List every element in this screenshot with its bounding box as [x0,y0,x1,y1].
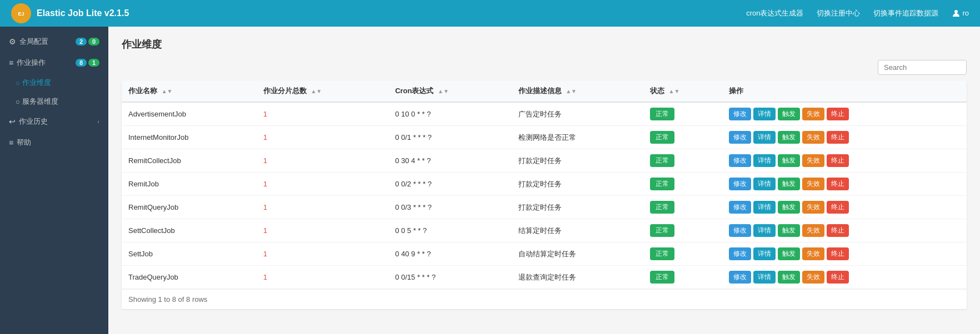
search-input[interactable] [878,60,967,75]
layout: ⚙ 全局配置 2 0 ≡ 作业操作 8 1 ○ 作业维度 ○ 服务器维度 ↩ 作… [0,27,980,334]
modify-button-1[interactable]: 修改 [729,131,751,144]
status-badge-7: 正常 [650,271,674,284]
sort-icon-status: ▲▼ [669,88,680,94]
cell-actions-3: 修改 详情 触发 失效 终止 [722,173,967,196]
cell-name-3: RemitJob [122,173,257,196]
modify-button-4[interactable]: 修改 [729,201,751,214]
sidebar-item-job-ops[interactable]: ≡ 作业操作 8 1 [0,52,108,73]
sidebar-item-help[interactable]: ≡ 帮助 [0,132,108,153]
chevron-icon: ‹ [97,118,99,125]
sort-icon-cron: ▲▼ [438,88,449,94]
cell-desc-5: 结算定时任务 [512,219,643,242]
cell-shards-7: 1 [257,266,388,289]
sidebar-item-job-history[interactable]: ↩ 作业历史 ‹ [0,111,108,132]
cell-status-7: 正常 [643,266,722,289]
modify-button-5[interactable]: 修改 [729,224,751,237]
detail-button-0[interactable]: 详情 [753,108,776,120]
cell-shards-5: 1 [257,219,388,242]
trigger-button-0[interactable]: 触发 [778,108,800,120]
modify-button-2[interactable]: 修改 [729,154,751,167]
stop-button-5[interactable]: 终止 [827,224,849,237]
header: EJ Elastic Job Lite v2.1.5 cron表达式生成器 切换… [0,0,980,27]
cell-actions-2: 修改 详情 触发 失效 终止 [722,149,967,173]
username: ro [962,9,969,17]
fail-button-6[interactable]: 失效 [802,247,824,260]
sidebar-label-server-dim: 服务器维度 [22,97,58,107]
detail-button-2[interactable]: 详情 [753,154,776,167]
cell-name-1: InternetMonitorJob [122,126,257,149]
trigger-button-6[interactable]: 触发 [778,247,800,260]
cron-gen-link[interactable]: cron表达式生成器 [746,8,803,18]
trigger-button-3[interactable]: 触发 [778,178,800,190]
fail-button-2[interactable]: 失效 [802,154,824,167]
col-shards: 作业分片总数 ▲▼ [257,80,388,102]
switch-event-link[interactable]: 切换事件追踪数据源 [873,8,938,18]
trigger-button-4[interactable]: 触发 [778,201,800,214]
header-left: EJ Elastic Job Lite v2.1.5 [11,3,129,23]
stop-button-3[interactable]: 终止 [827,178,849,190]
detail-button-7[interactable]: 详情 [753,271,776,284]
list-icon: ≡ [9,58,13,67]
badge-job-ops-blue: 8 [76,59,87,67]
modify-button-7[interactable]: 修改 [729,271,751,284]
cell-desc-2: 打款定时任务 [512,149,643,173]
sort-icon-name: ▲▼ [162,88,173,94]
detail-button-3[interactable]: 详情 [753,178,776,190]
cell-desc-1: 检测网络是否正常 [512,126,643,149]
badge-job-ops-green: 1 [88,59,99,67]
cell-name-7: TradeQueryJob [122,266,257,289]
fail-button-1[interactable]: 失效 [802,131,824,144]
cell-status-6: 正常 [643,242,722,266]
cell-desc-4: 打款定时任务 [512,196,643,219]
action-buttons-1: 修改 详情 触发 失效 终止 [729,131,960,144]
col-status: 状态 ▲▼ [643,80,722,102]
sort-icon-desc: ▲▼ [566,88,577,94]
stop-button-2[interactable]: 终止 [827,154,849,167]
col-cron: Cron表达式 ▲▼ [388,80,511,102]
stop-button-4[interactable]: 终止 [827,201,849,214]
switch-registry-link[interactable]: 切换注册中心 [817,8,860,18]
help-icon: ≡ [9,138,13,147]
detail-button-4[interactable]: 详情 [753,201,776,214]
stop-button-7[interactable]: 终止 [827,271,849,284]
user-icon[interactable]: ro [952,9,969,18]
table-row: InternetMonitorJob 1 0 0/1 * * * ? 检测网络是… [122,126,967,149]
sidebar-item-job-dim[interactable]: ○ 作业维度 [0,73,108,92]
col-actions: 操作 [722,80,967,102]
fail-button-3[interactable]: 失效 [802,178,824,190]
modify-button-3[interactable]: 修改 [729,178,751,190]
sidebar-item-server-dim[interactable]: ○ 服务器维度 [0,92,108,111]
table-row: TradeQueryJob 1 0 0/15 * * * ? 退款查询定时任务 … [122,266,967,289]
cell-desc-7: 退款查询定时任务 [512,266,643,289]
cell-status-4: 正常 [643,196,722,219]
fail-button-5[interactable]: 失效 [802,224,824,237]
modify-button-0[interactable]: 修改 [729,108,751,120]
fail-button-4[interactable]: 失效 [802,201,824,214]
cell-status-1: 正常 [643,126,722,149]
cell-shards-0: 1 [257,102,388,126]
detail-button-6[interactable]: 详情 [753,247,776,260]
cell-shards-1: 1 [257,126,388,149]
fail-button-7[interactable]: 失效 [802,271,824,284]
trigger-button-7[interactable]: 触发 [778,271,800,284]
stop-button-0[interactable]: 终止 [827,108,849,120]
trigger-button-1[interactable]: 触发 [778,131,800,144]
modify-button-6[interactable]: 修改 [729,247,751,260]
detail-button-5[interactable]: 详情 [753,224,776,237]
stop-button-6[interactable]: 终止 [827,247,849,260]
sidebar-item-global-config[interactable]: ⚙ 全局配置 2 0 [0,31,108,52]
cell-actions-6: 修改 详情 触发 失效 终止 [722,242,967,266]
sidebar-label-global-config: 全局配置 [19,37,72,47]
trigger-button-2[interactable]: 触发 [778,154,800,167]
detail-button-1[interactable]: 详情 [753,131,776,144]
fail-button-0[interactable]: 失效 [802,108,824,120]
action-buttons-4: 修改 详情 触发 失效 终止 [729,201,960,214]
table-row: RemitJob 1 0 0/2 * * * ? 打款定时任务 正常 修改 详情… [122,173,967,196]
cell-cron-5: 0 0 5 * * ? [388,219,511,242]
global-config-badges: 2 0 [76,38,99,45]
stop-button-1[interactable]: 终止 [827,131,849,144]
sidebar-label-job-dim: 作业维度 [22,78,51,88]
trigger-button-5[interactable]: 触发 [778,224,800,237]
gear-icon: ⚙ [9,37,16,46]
table-row: SettJob 1 0 40 9 * * ? 自动结算定时任务 正常 修改 详情… [122,242,967,266]
